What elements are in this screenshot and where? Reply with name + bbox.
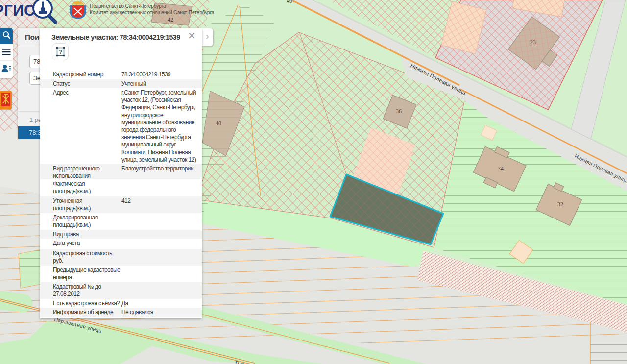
svg-text:42: 42: [168, 16, 173, 23]
svg-text:40: 40: [216, 120, 221, 127]
svg-text:49: 49: [287, 0, 292, 4]
svg-text:?: ?: [59, 49, 62, 55]
svg-text:23: 23: [530, 39, 536, 46]
svg-text:36: 36: [396, 108, 402, 115]
svg-text:34: 34: [498, 165, 504, 172]
svg-text:32: 32: [557, 201, 563, 208]
